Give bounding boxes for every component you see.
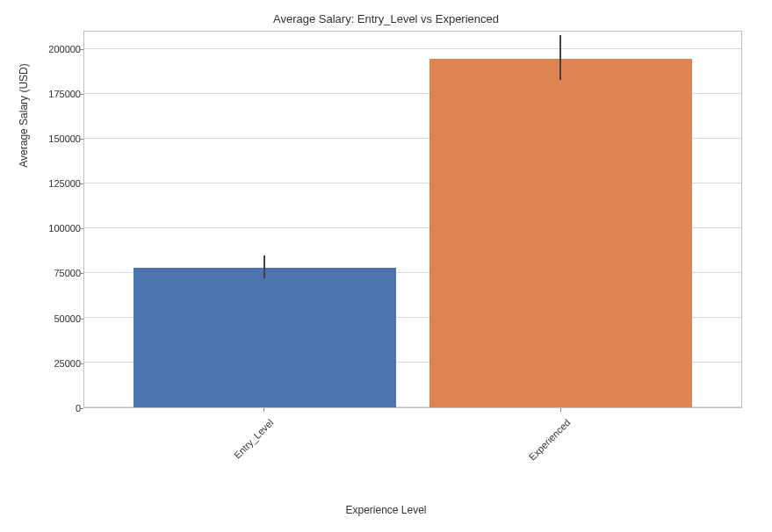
error-bar-experienced xyxy=(559,35,561,80)
y-axis-label: Average Salary (USD) xyxy=(18,63,30,168)
chart-root: Average Salary: Entry_Level vs Experienc… xyxy=(0,0,772,532)
y-tick-label: 75000 xyxy=(46,268,81,278)
y-tick-label: 25000 xyxy=(46,358,81,369)
grid-line xyxy=(84,48,741,49)
y-tick-label: 175000 xyxy=(46,89,81,99)
x-tick-mark xyxy=(560,408,561,412)
y-tick-mark xyxy=(80,363,83,364)
x-tick-label-entry: Entry_Level xyxy=(225,417,276,468)
y-tick-mark xyxy=(80,273,83,274)
chart-title: Average Salary: Entry_Level vs Experienc… xyxy=(0,12,772,25)
y-tick-mark xyxy=(80,183,83,184)
x-tick-label-experienced: Experienced xyxy=(519,417,572,470)
x-axis-label: Experience Level xyxy=(0,504,772,516)
bar-experienced xyxy=(429,59,692,407)
y-tick-mark xyxy=(80,319,83,320)
y-tick-mark xyxy=(80,49,83,50)
bar-entry-level xyxy=(133,268,396,407)
y-tick-label: 100000 xyxy=(46,223,81,234)
y-tick-label: 0 xyxy=(46,403,81,413)
x-tick-mark xyxy=(263,408,264,412)
plot-area xyxy=(83,31,742,408)
y-tick-label: 125000 xyxy=(46,178,81,189)
y-tick-label: 50000 xyxy=(46,313,81,324)
y-tick-mark xyxy=(80,94,83,95)
y-tick-mark xyxy=(80,139,83,140)
y-tick-label: 200000 xyxy=(46,44,81,54)
y-tick-mark xyxy=(80,228,83,229)
error-bar-entry xyxy=(263,255,265,278)
y-tick-label: 150000 xyxy=(46,133,81,144)
y-tick-mark xyxy=(80,408,83,409)
